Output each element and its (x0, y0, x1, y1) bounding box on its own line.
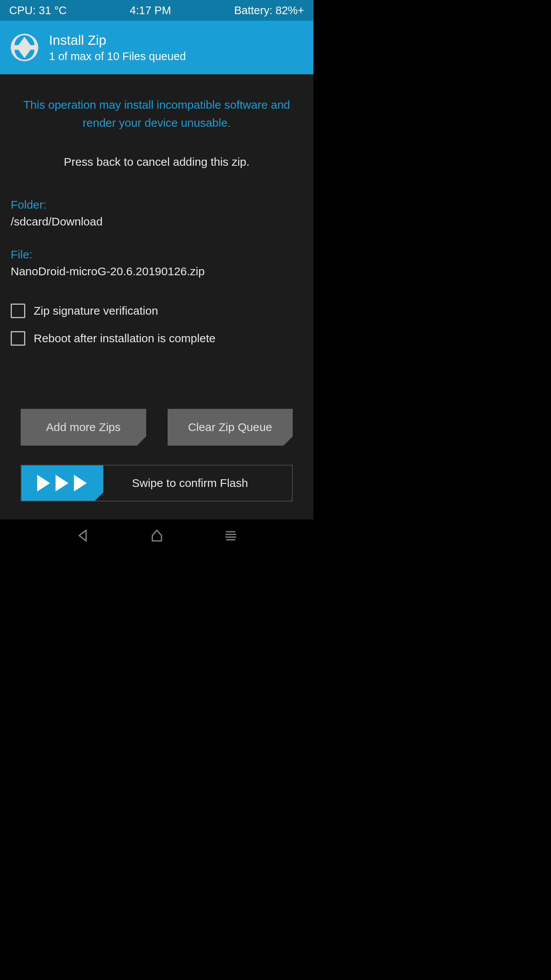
clock: 4:17 PM (130, 4, 171, 17)
clear-zip-queue-button[interactable]: Clear Zip Queue (168, 409, 293, 446)
warning-text: This operation may install incompatible … (11, 74, 303, 132)
statusbar: CPU: 31 °C 4:17 PM Battery: 82%+ (0, 0, 313, 21)
cpu-temp: CPU: 31 °C (9, 4, 67, 17)
twrp-logo-icon (11, 34, 38, 61)
arrow-icon (37, 475, 50, 492)
arrow-icon (55, 475, 68, 492)
navbar (0, 519, 313, 551)
back-button[interactable] (75, 527, 91, 544)
button-label: Add more Zips (46, 421, 121, 434)
slider-handle[interactable] (21, 465, 103, 501)
checkbox-label: Reboot after installation is complete (34, 332, 215, 345)
swipe-slider[interactable]: Swipe to confirm Flash (21, 465, 293, 501)
checkbox-icon (11, 304, 25, 318)
folder-value: /sdcard/Download (11, 211, 303, 228)
page-subtitle: 1 of max of 10 Files queued (49, 50, 186, 63)
slider-label: Swipe to confirm Flash (103, 477, 292, 490)
add-more-zips-button[interactable]: Add more Zips (21, 409, 146, 446)
checkbox-icon (11, 331, 25, 346)
checkbox-label: Zip signature verification (34, 304, 158, 317)
instruction-text: Press back to cancel adding this zip. (11, 132, 303, 168)
main-content: This operation may install incompatible … (0, 74, 313, 519)
recent-button[interactable] (222, 527, 239, 544)
page-title: Install Zip (49, 33, 186, 48)
page-header: Install Zip 1 of max of 10 Files queued (0, 21, 313, 74)
battery-status: Battery: 82%+ (234, 4, 304, 17)
home-button[interactable] (148, 527, 165, 544)
zip-signature-checkbox[interactable]: Zip signature verification (11, 297, 303, 325)
arrow-icon (74, 475, 87, 492)
button-label: Clear Zip Queue (188, 421, 272, 434)
file-value: NanoDroid-microG-20.6.20190126.zip (11, 261, 303, 278)
file-label: File: (11, 248, 303, 261)
reboot-after-checkbox[interactable]: Reboot after installation is complete (11, 325, 303, 352)
folder-label: Folder: (11, 198, 303, 211)
